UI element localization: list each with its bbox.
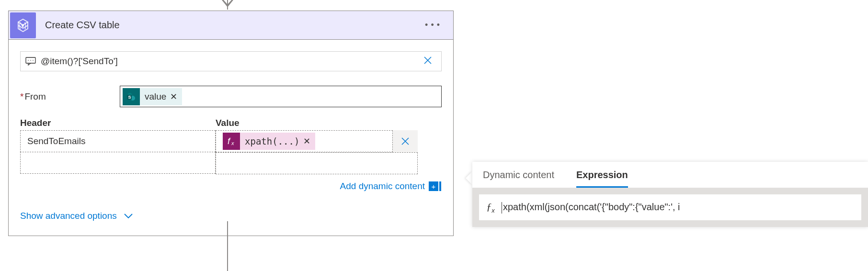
svg-text:x: x — [231, 140, 234, 146]
chevron-down-icon — [124, 213, 133, 219]
expression-code: xpath(xml(json(concat('{"body":{"value":… — [502, 201, 861, 214]
from-label-text: From — [24, 91, 46, 102]
chip-label: value — [145, 91, 166, 102]
close-icon — [400, 136, 410, 146]
value-column: Value fx xpath(...) ✕ — [216, 118, 418, 174]
header-cell-input[interactable] — [20, 152, 216, 174]
svg-text:S: S — [128, 95, 131, 100]
show-advanced-label: Show advanced options — [20, 211, 117, 221]
svg-point-3 — [30, 60, 31, 61]
expression-editor-wrapper: ƒx xpath(xml(json(concat('{"body":{"valu… — [472, 188, 868, 227]
row-remove-button[interactable] — [393, 130, 418, 152]
add-dynamic-label: Add dynamic content — [340, 181, 425, 192]
svg-point-4 — [33, 60, 34, 61]
card-title: Create CSV table — [37, 20, 414, 31]
condition-close-button[interactable] — [414, 56, 441, 67]
dynamic-content-popup: Dynamic content Expression ƒx xpath(xml(… — [472, 162, 868, 227]
value-column-title: Value — [216, 118, 418, 128]
chip-remove-button[interactable]: ✕ — [170, 91, 177, 102]
add-divider-icon — [439, 181, 441, 191]
sharepoint-icon: S — [123, 88, 140, 105]
chip-remove-button[interactable]: ✕ — [303, 136, 310, 147]
svg-text:f: f — [228, 136, 231, 146]
popup-caret-icon — [466, 171, 472, 185]
card-header[interactable]: {▾} Create CSV table ••• — [9, 11, 453, 40]
fx-icon: ƒx — [480, 201, 502, 214]
data-operations-icon: {▾} — [10, 12, 36, 38]
from-label: *From — [20, 91, 120, 102]
add-dynamic-content-link[interactable]: Add dynamic content + — [20, 181, 441, 192]
condition-display[interactable]: @item()?['SendTo'] — [20, 51, 442, 71]
flow-connector-bottom — [227, 221, 228, 271]
value-cell-input[interactable]: fx xpath(...) ✕ — [216, 130, 393, 152]
from-field-row: *From S value ✕ — [20, 86, 442, 107]
condition-expression-text: @item()?['SendTo'] — [38, 56, 414, 67]
from-input[interactable]: S value ✕ — [120, 86, 442, 107]
header-cell-input[interactable]: SendToEmails — [20, 130, 216, 152]
tab-dynamic-content[interactable]: Dynamic content — [483, 169, 554, 188]
plus-icon: + — [429, 181, 438, 191]
header-cell-text: SendToEmails — [27, 136, 85, 147]
columns-table: Header SendToEmails Value fx xpath(...) … — [20, 118, 442, 174]
header-column: Header SendToEmails — [20, 118, 216, 174]
header-column-title: Header — [20, 118, 216, 128]
svg-text:{▾}: {▾} — [19, 22, 27, 29]
svg-point-2 — [28, 60, 29, 61]
fx-icon: fx — [223, 133, 240, 150]
action-card-create-csv: {▾} Create CSV table ••• @item()?['SendT… — [8, 11, 454, 236]
card-body: @item()?['SendTo'] *From S value ✕ Heade… — [9, 40, 453, 236]
popup-tabs: Dynamic content Expression — [472, 162, 868, 188]
show-advanced-link[interactable]: Show advanced options — [20, 211, 133, 221]
expression-chip-label: xpath(...) — [245, 136, 299, 147]
value-token-chip[interactable]: S value ✕ — [123, 88, 182, 105]
expression-token-chip[interactable]: fx xpath(...) ✕ — [223, 133, 315, 150]
tab-expression[interactable]: Expression — [576, 169, 628, 188]
card-menu-button[interactable]: ••• — [414, 20, 453, 30]
value-cell-input[interactable] — [216, 152, 418, 174]
comment-icon — [23, 54, 38, 68]
close-icon — [423, 56, 433, 65]
expression-input[interactable]: ƒx xpath(xml(json(concat('{"body":{"valu… — [479, 194, 861, 220]
